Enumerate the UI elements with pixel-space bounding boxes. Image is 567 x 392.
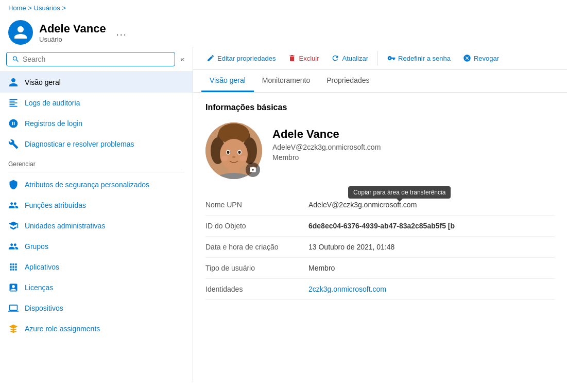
edit-icon xyxy=(207,54,215,62)
camera-icon xyxy=(249,166,256,173)
svg-point-13 xyxy=(239,156,247,161)
tab-propriedades[interactable]: Propriedades xyxy=(318,70,377,92)
value-creation-date: 13 Outubro de 2021, 01:48 xyxy=(308,243,555,251)
svg-point-12 xyxy=(221,156,228,161)
collapse-button[interactable]: « xyxy=(178,53,186,65)
sidebar-label-aplicativos: Aplicativos xyxy=(25,263,59,271)
profile-photo xyxy=(205,122,262,179)
svg-point-9 xyxy=(227,151,230,154)
search-input[interactable] xyxy=(23,55,169,63)
shield-nav-icon xyxy=(8,180,19,190)
label-upn: Nome UPN xyxy=(205,201,308,209)
sidebar-item-visao-geral[interactable]: Visão geral xyxy=(0,72,193,93)
label-creation-date: Data e hora de criação xyxy=(205,243,308,251)
tab-monitoramento[interactable]: Monitoramento xyxy=(254,70,318,92)
info-row-user-type: Tipo de usuário Membro xyxy=(205,258,555,279)
sidebar-item-unidades[interactable]: Unidades administrativas xyxy=(0,216,193,236)
manage-section-label: Gerenciar xyxy=(0,154,193,170)
info-row-object-id: ID do Objeto 6de8ec04-6376-4939-ab47-83a… xyxy=(205,216,555,237)
sidebar-item-dispositivos[interactable]: Dispositivos xyxy=(0,298,193,318)
label-user-type: Tipo de usuário xyxy=(205,264,308,272)
revoke-label: Revogar xyxy=(474,55,499,62)
toolbar: Editar propriedades Excluir Atualizar Re xyxy=(193,47,567,70)
sidebar-label-unidades: Unidades administrativas xyxy=(25,222,105,230)
header-info: Adele Vance Usuário xyxy=(39,22,106,43)
header-name: Adele Vance xyxy=(39,22,106,35)
sidebar-label-dispositivos: Dispositivos xyxy=(25,304,63,312)
edit-label: Editar propriedades xyxy=(217,55,276,62)
delete-button[interactable]: Excluir xyxy=(283,51,324,65)
user-icon xyxy=(13,25,28,40)
nav-divider xyxy=(8,172,184,172)
key-icon xyxy=(387,54,396,62)
reset-password-button[interactable]: Redefinir a senha xyxy=(382,51,456,65)
wrench-nav-icon xyxy=(8,139,19,149)
sidebar-item-azure-role[interactable]: Azure role assignments xyxy=(0,318,193,339)
value-object-id: 6de8ec04-6376-4939-ab47-83a2c85ab5f5 [b xyxy=(308,222,555,230)
search-icon xyxy=(12,55,20,63)
tooltip-text: Copiar para área de transferência xyxy=(353,189,445,196)
svg-point-11 xyxy=(232,156,235,158)
upn-value-container: AdeleV@2czk3g.onmicrosoft.com Copiar par… xyxy=(308,201,420,209)
profile-details: Adele Vance AdeleV@2czk3g.onmicrosoft.co… xyxy=(272,122,381,162)
camera-button[interactable] xyxy=(246,163,260,177)
audit-nav-icon xyxy=(8,98,19,108)
search-container: « xyxy=(0,47,193,72)
info-row-upn: Nome UPN AdeleV@2czk3g.onmicrosoft.com C… xyxy=(205,194,555,216)
refresh-label: Atualizar xyxy=(342,55,368,62)
sidebar-item-licencas[interactable]: Licenças xyxy=(0,277,193,298)
edit-properties-button[interactable]: Editar propriedades xyxy=(201,51,281,65)
header-role: Usuário xyxy=(39,35,106,43)
role-nav-icon xyxy=(8,200,19,210)
tab-visao-geral[interactable]: Visão geral xyxy=(201,70,254,92)
svg-point-6 xyxy=(220,139,248,170)
breadcrumb-home[interactable]: Home > xyxy=(8,4,32,12)
info-row-identities: Identidades 2czk3g.onmicrosoft.com xyxy=(205,279,555,300)
copy-tooltip: Copiar para área de transferência xyxy=(348,186,451,199)
profile-name: Adele Vance xyxy=(272,128,381,141)
breadcrumb-users[interactable]: Usuários > xyxy=(34,4,66,12)
sidebar-item-grupos[interactable]: Grupos xyxy=(0,236,193,257)
main-layout: « Visão geral Logs de auditoria Registro… xyxy=(0,47,567,382)
refresh-button[interactable]: Atualizar xyxy=(326,51,373,65)
profile-type: Membro xyxy=(272,153,381,162)
azure-nav-icon xyxy=(8,324,19,334)
info-row-creation-date: Data e hora de criação 13 Outubro de 202… xyxy=(205,237,555,258)
apps-nav-icon xyxy=(8,262,19,272)
sidebar-label-visao-geral: Visão geral xyxy=(25,78,61,86)
reset-label: Redefinir a senha xyxy=(398,55,451,62)
sidebar-label-atributos: Atributos de segurança personalizados xyxy=(25,181,149,189)
sidebar-item-diagnosticar[interactable]: Diagnosticar e resolver problemas xyxy=(0,134,193,154)
refresh-icon xyxy=(331,54,339,62)
sidebar-item-registros-login[interactable]: Registros de login xyxy=(0,113,193,134)
section-title: Informações básicas xyxy=(205,103,555,112)
license-nav-icon xyxy=(8,282,19,293)
sidebar-item-atributos[interactable]: Atributos de segurança personalizados xyxy=(0,174,193,195)
sidebar-item-logs-auditoria[interactable]: Logs de auditoria xyxy=(0,93,193,113)
label-identities: Identidades xyxy=(205,285,308,293)
value-identities[interactable]: 2czk3g.onmicrosoft.com xyxy=(308,285,555,293)
revoke-button[interactable]: Revogar xyxy=(458,51,504,65)
sidebar-item-funcoes[interactable]: Funções atribuídas xyxy=(0,195,193,216)
groups-nav-icon xyxy=(8,241,19,252)
tooltip-arrow xyxy=(397,199,403,202)
info-fields: Nome UPN AdeleV@2czk3g.onmicrosoft.com C… xyxy=(205,194,555,300)
sidebar-label-logs: Logs de auditoria xyxy=(25,99,80,107)
header-avatar xyxy=(8,20,33,45)
svg-point-10 xyxy=(238,151,241,154)
sidebar-label-diagnosticar: Diagnosticar e resolver problemas xyxy=(25,140,134,148)
sidebar-label-grupos: Grupos xyxy=(25,242,48,251)
sidebar: « Visão geral Logs de auditoria Registro… xyxy=(0,47,193,382)
page-header: Adele Vance Usuário ... xyxy=(0,16,567,47)
profile-email: AdeleV@2czk3g.onmicrosoft.com xyxy=(272,143,381,151)
profile-section: Adele Vance AdeleV@2czk3g.onmicrosoft.co… xyxy=(205,122,555,179)
value-upn: AdeleV@2czk3g.onmicrosoft.com xyxy=(308,201,417,209)
delete-label: Excluir xyxy=(299,55,319,62)
value-user-type: Membro xyxy=(308,264,555,272)
sidebar-label-funcoes: Funções atribuídas xyxy=(25,201,86,209)
content-area: Informações básicas xyxy=(193,93,567,310)
toolbar-separator xyxy=(377,51,378,65)
sidebar-item-aplicativos[interactable]: Aplicativos xyxy=(0,257,193,277)
sidebar-label-azure-role: Azure role assignments xyxy=(25,325,100,333)
more-options-button[interactable]: ... xyxy=(116,27,127,38)
